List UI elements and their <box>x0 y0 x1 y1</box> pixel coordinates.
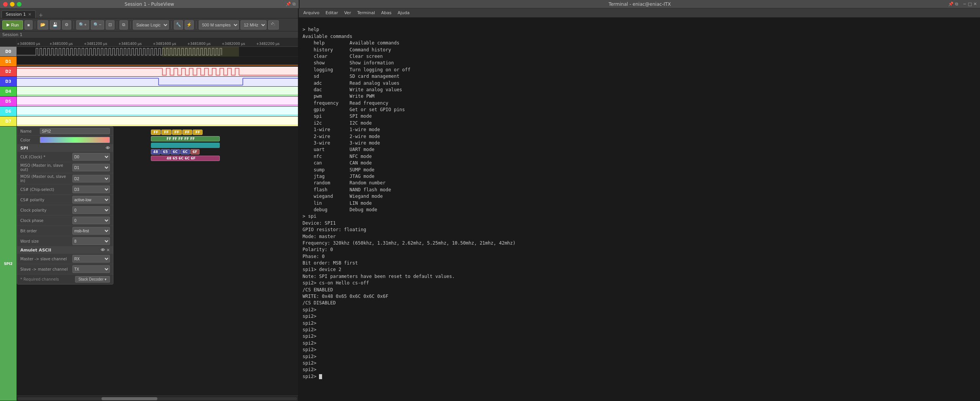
waveform-d0-svg <box>17 47 298 56</box>
sample-count-select[interactable]: 500 M samples <box>199 20 239 30</box>
run-button[interactable]: ▶ Run <box>2 20 23 30</box>
time-marker-8: +3482200 µs <box>256 42 280 46</box>
terminal-content[interactable]: > help Available commands help Available… <box>299 18 980 401</box>
decoder-bit-order-select[interactable]: msb-first <box>72 227 110 235</box>
menu-arquivo[interactable]: Arquivo <box>301 10 322 16</box>
terminal-pin-icon[interactable]: 📌 <box>948 2 954 7</box>
menu-ajuda[interactable]: Ajuda <box>395 10 412 16</box>
pv-right-icons: 📌 ⧉ <box>286 2 296 7</box>
menu-abas[interactable]: Abas <box>379 10 394 16</box>
decoded-chip-ff-4: FF <box>182 130 192 135</box>
waveform-d3 <box>17 77 298 87</box>
stack-decoder-button[interactable]: Stack Decoder ▾ <box>75 276 110 283</box>
decoder-word-size-select[interactable]: 8 <box>72 237 110 245</box>
pv-minimize-icon[interactable] <box>10 2 15 7</box>
waveform-spi2: FF FF FF FF FF FF FF FF FF FF <box>17 127 298 396</box>
decoded-chip-ff-3: FF <box>172 130 182 135</box>
open-button[interactable]: 📂 <box>38 20 48 30</box>
decoder-clk-row: CLK (Clock) * D0 <box>17 152 113 162</box>
channel-d1-label[interactable]: D1 <box>0 57 16 67</box>
decoder-amulet-eye-icon[interactable]: 👁 <box>101 248 105 253</box>
waveform-d4 <box>17 87 298 97</box>
decoder-spi-header: SPI 👁 <box>17 145 113 152</box>
pv-maximize-icon[interactable] <box>17 2 21 7</box>
pv-pin-icon[interactable]: 📌 <box>286 2 291 7</box>
channel-d3-label[interactable]: D3 <box>0 77 16 87</box>
decoder-sm-channel-select[interactable]: TX <box>72 265 110 273</box>
menu-ver[interactable]: Ver <box>342 10 353 16</box>
decoder-amulet-close-icon[interactable]: ✕ <box>106 248 110 253</box>
h-scrollbar[interactable] <box>17 396 298 401</box>
toolbar-sep-6 <box>196 21 196 29</box>
decoded-chip-ff-2: FF <box>161 130 171 135</box>
save-button[interactable]: 💾 <box>50 20 61 30</box>
decoder-amulet-controls: 👁 ✕ <box>101 248 110 253</box>
session-label-text: Session 1 <box>2 32 22 37</box>
sample-rate-select[interactable]: 12 MHz <box>241 20 267 30</box>
stop-button[interactable]: ■ <box>25 20 33 30</box>
decoder-clk-phase-select[interactable]: 0 <box>72 217 110 224</box>
decoder-cs-polarity-select[interactable]: active-low <box>72 196 110 204</box>
decoded-chip-6f: 6F <box>190 149 200 154</box>
add-session-btn[interactable]: + <box>37 12 45 18</box>
decoder-name-row: Name <box>17 127 113 136</box>
decoder-miso-select[interactable]: D1 <box>72 164 110 171</box>
decoder-name-input[interactable] <box>40 128 110 134</box>
channel-d6-label[interactable]: D6 <box>0 107 16 117</box>
zoom-out-button[interactable]: 🔍− <box>91 20 104 30</box>
pv-close-icon[interactable] <box>3 2 8 7</box>
usb-icon-button[interactable]: 🔌 <box>268 20 279 30</box>
time-marker-2: +3481000 µs <box>49 42 73 46</box>
decoded-overlay: FF FF FF FF FF FF FF FF FF FF <box>151 130 220 161</box>
decoder-mosi-row: MOSI (Master out, slave in) D2 <box>17 173 113 184</box>
decoder-cs-label: CS# (Chip-select) <box>20 187 70 192</box>
session-tab-active[interactable]: Session 1 ✕ <box>2 10 36 18</box>
decoder-color-picker[interactable] <box>40 137 110 143</box>
decoder-button[interactable]: ⧉ <box>119 20 128 30</box>
settings-button[interactable]: ⚙ <box>62 20 71 30</box>
channel-d7-label[interactable]: D7 <box>0 117 16 127</box>
waveform-d1-svg <box>17 57 298 66</box>
time-marker-4: +3481400 µs <box>118 42 142 46</box>
h-scrollbar-thumb[interactable] <box>101 397 157 400</box>
channel-d0-label[interactable]: D0 <box>0 47 16 57</box>
menu-editar[interactable]: Editar <box>323 10 340 16</box>
decoded-row-4: 48 65 6C 6C 6F <box>151 149 220 154</box>
waveform-d1 <box>17 57 298 67</box>
session-tab-close[interactable]: ✕ <box>28 12 31 16</box>
device-config-button[interactable]: 🔧 <box>174 20 183 30</box>
pv-toolbar: ▶ Run ■ 📂 💾 ⚙ 🔍+ 🔍− ⊡ ⧉ Saleae Logic <box>0 18 298 31</box>
channel-d2-label[interactable]: D2 <box>0 67 16 77</box>
terminal-minimize-btn[interactable]: − <box>963 2 966 7</box>
decoder-ms-channel-row: Master -> slave channel RX <box>17 254 113 264</box>
channel-d5-label[interactable]: D5 <box>0 97 16 107</box>
zoom-in-button[interactable]: 🔍+ <box>76 20 89 30</box>
toolbar-sep-2 <box>74 21 74 29</box>
decoder-cs-row: CS# (Chip-select) D3 <box>17 184 113 195</box>
decoder-ms-channel-select[interactable]: RX <box>72 255 110 263</box>
device-select[interactable]: Saleae Logic <box>133 20 169 30</box>
terminal-panel: Arquivo Editar Ver Terminal Abas Ajuda >… <box>299 8 980 401</box>
terminal-close-btn[interactable]: ✕ <box>973 2 977 7</box>
waveform-d6 <box>17 107 298 117</box>
channel-d4-label[interactable]: D4 <box>0 87 16 97</box>
decoder-ms-channel-label: Master -> slave channel <box>20 257 70 261</box>
decoder-clk-select[interactable]: D0 <box>72 153 110 161</box>
time-marker-7: +3482000 µs <box>222 42 245 46</box>
terminal-detach-icon[interactable]: ⧉ <box>955 2 958 7</box>
zoom-fit-button[interactable]: ⊡ <box>106 20 115 30</box>
decoder-cs-select[interactable]: D3 <box>72 186 110 193</box>
pv-detach-icon[interactable]: ⧉ <box>293 2 296 7</box>
decoder-mosi-select[interactable]: D2 <box>72 175 110 182</box>
time-marker-3: +3481200 µs <box>84 42 107 46</box>
decoder-clk-phase-label: Clock phase <box>20 219 70 223</box>
terminal-maximize-btn[interactable]: □ <box>968 2 972 7</box>
decoded-chip-ff-5: FF <box>193 130 203 135</box>
probe-button[interactable]: ⚡ <box>185 20 194 30</box>
decoder-clk-polarity-select[interactable]: 0 <box>72 206 110 214</box>
waveform-d4-svg <box>17 87 298 96</box>
channel-spi2-label[interactable]: SPI2 <box>0 127 16 401</box>
decoder-footer: * Required channels Stack Decoder ▾ <box>17 274 113 284</box>
menu-terminal[interactable]: Terminal <box>355 10 378 16</box>
decoder-spi-eye-icon[interactable]: 👁 <box>106 146 110 151</box>
